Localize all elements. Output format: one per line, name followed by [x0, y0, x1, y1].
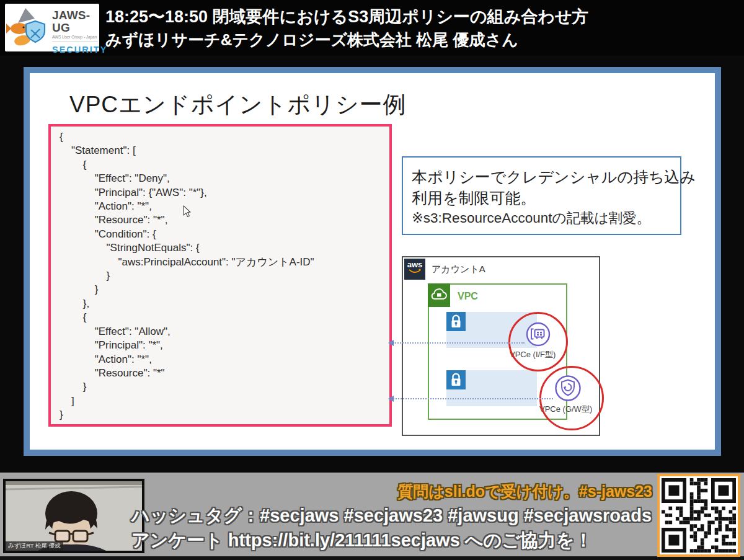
slide-area: VPCエンドポイントポリシー例 { "Statement": [ { "Effe…: [0, 56, 744, 473]
slide: VPCエンドポイントポリシー例 { "Statement": [ { "Effe…: [24, 67, 721, 456]
logo-title: JAWS-UG: [52, 9, 98, 34]
webcam-video: みずほRT 松尾 優成: [3, 479, 144, 553]
note-box: 本ポリシーでクレデンシャルの持ち込み 利用を制限可能。 ※s3:Resource…: [402, 156, 681, 235]
note-line: 本ポリシーでクレデンシャルの持ち込み: [412, 166, 674, 187]
logo-security-label: SECURITY: [52, 45, 98, 55]
hashtag-text: ハッシュタグ：#secjaws #secjaws23 #jawsug #secj…: [131, 504, 652, 528]
policy-code: { "Statement": [ { "Effect": "Deny", "Pr…: [60, 130, 389, 422]
question-info-text: 質問はsli.doで受け付け。#s-jaws23: [397, 481, 652, 502]
logo-divider: [52, 42, 98, 42]
highlight-circle: [508, 312, 568, 371]
survey-url-text: アンケート https://bit.ly/211111secjaws へのご協力…: [131, 528, 593, 553]
dotted-arrow: [393, 342, 525, 344]
dotted-arrow: [393, 398, 553, 399]
lock-icon: [446, 370, 466, 389]
footer-bar: みずほRT 松尾 優成 質問はsli.doで受け付け。#s-jaws23 ハッシ…: [0, 473, 744, 560]
vpc-label: VPC: [458, 291, 478, 302]
lock-icon: [446, 312, 466, 331]
note-line: 利用を制限可能。: [412, 187, 674, 208]
speaker-name: みずほリサーチ&テクノロジーズ株式会社 松尾 優成さん: [105, 29, 589, 51]
vpc-icon: [428, 283, 450, 307]
policy-code-box: { "Statement": [ { "Effect": "Deny", "Pr…: [48, 124, 392, 427]
note-line: ※s3:ResourceAccountの記載は割愛。: [412, 208, 674, 228]
account-label: アカウントA: [432, 264, 485, 275]
slide-title: VPCエンドポイントポリシー例: [69, 89, 407, 120]
jaws-ug-logo: JAWS-UG AWS User Group - Japan SECURITY: [5, 4, 99, 51]
header-bar: JAWS-UG AWS User Group - Japan SECURITY …: [0, 0, 744, 56]
aws-logo-text: aws: [404, 260, 425, 269]
aws-logo: aws: [404, 259, 425, 280]
aws-account-diagram: aws アカウントA VPC: [402, 256, 600, 436]
logo-subtitle: AWS User Group - Japan: [52, 35, 98, 39]
presenter-image: [6, 481, 142, 551]
session-title: 18:25〜18:50 閉域要件におけるS3周辺ポリシーの組み合わせ方: [105, 5, 589, 29]
jaws-mascot-icon: [6, 6, 50, 49]
mouse-cursor-icon: [183, 205, 191, 218]
aws-smile-icon: [408, 269, 422, 274]
qr-code: [657, 474, 740, 557]
webcam-name-tag: みずほRT 松尾 優成: [6, 541, 63, 551]
